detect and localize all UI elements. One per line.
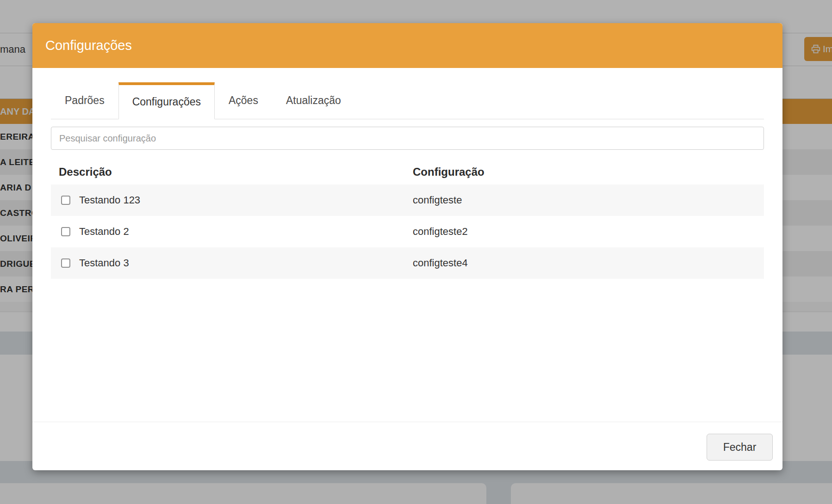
tab-configuracoes[interactable]: Configurações [118,82,215,119]
close-button[interactable]: Fechar [707,434,773,461]
table-row[interactable]: Testando 123 configteste [51,184,764,216]
modal-footer: Fechar [32,422,782,470]
table-row[interactable]: Testando 3 configteste4 [51,247,764,279]
tab-padroes[interactable]: Padrões [51,82,118,119]
row-description: Testando 3 [79,257,129,269]
row-description: Testando 2 [79,226,129,238]
modal-header: Configurações [32,23,782,68]
column-header-descricao: Descrição [51,166,413,178]
tab-label: Ações [229,94,258,107]
modal-title: Configurações [45,38,132,53]
row-description: Testando 123 [79,194,140,206]
tab-atualizacao[interactable]: Atualização [272,82,355,119]
tab-acoes[interactable]: Ações [215,82,272,119]
tab-label: Configurações [132,96,201,108]
tab-bar: Padrões Configurações Ações Atualização [51,82,764,119]
row-checkbox[interactable] [61,258,70,268]
row-configuration: configteste2 [413,226,468,237]
tab-label: Padrões [65,94,105,107]
tab-label: Atualização [286,94,341,107]
row-configuration: configteste [413,194,462,206]
modal-body: Padrões Configurações Ações Atualização … [32,82,782,279]
settings-modal: Configurações Padrões Configurações Açõe… [32,23,782,470]
config-table: Descrição Configuração Testando 123 conf… [51,159,764,279]
row-checkbox[interactable] [61,196,70,205]
table-row[interactable]: Testando 2 configteste2 [51,216,764,247]
column-header-configuracao: Configuração [413,166,764,178]
row-configuration: configteste4 [413,257,468,269]
config-table-header: Descrição Configuração [51,159,764,184]
row-checkbox[interactable] [61,227,70,236]
search-config-input[interactable] [51,127,764,150]
